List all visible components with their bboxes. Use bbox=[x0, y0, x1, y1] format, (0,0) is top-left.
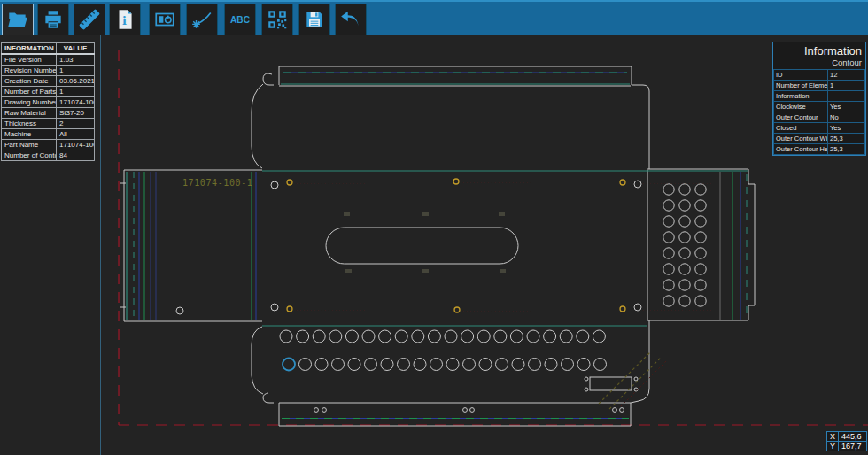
engraving-text: ···················· bbox=[462, 180, 533, 185]
table-row: Thickness2 bbox=[2, 119, 95, 129]
col-value: VALUE bbox=[57, 43, 95, 55]
x-value: 445,6 bbox=[839, 432, 867, 442]
open-button[interactable] bbox=[2, 4, 34, 35]
table-row: Information bbox=[774, 91, 865, 102]
save-icon bbox=[303, 8, 326, 31]
machine-panel-button[interactable] bbox=[149, 4, 181, 35]
engraving-text: ···················· bbox=[642, 181, 713, 186]
panel-title: Information bbox=[773, 42, 865, 58]
table-row: Number of Elements1 bbox=[774, 81, 865, 91]
laser-icon bbox=[190, 8, 213, 31]
panel-subtitle: Contour bbox=[773, 58, 865, 69]
hole-rows bbox=[280, 330, 607, 371]
cad-canvas[interactable]: ···················· ···················… bbox=[0, 0, 868, 455]
table-row: Outer Contour Height25,3 bbox=[774, 144, 865, 155]
qr-code-button[interactable] bbox=[261, 4, 293, 35]
hole-grid bbox=[663, 184, 706, 306]
contour-info-panel: Information Contour ID12 Number of Eleme… bbox=[772, 42, 866, 156]
laser-button[interactable] bbox=[186, 4, 218, 35]
table-row: Revision Number1 bbox=[2, 66, 95, 76]
panel-separator bbox=[100, 35, 101, 455]
stud-markers bbox=[287, 179, 625, 312]
right-flap-lines bbox=[720, 172, 747, 320]
table-row: Outer Contour Width25,3 bbox=[774, 134, 865, 144]
left-flap-lines bbox=[134, 172, 256, 320]
table-row: Creation Date03.06.2021 bbox=[2, 76, 95, 87]
panel-power-icon bbox=[153, 8, 176, 31]
material-boundary bbox=[119, 50, 868, 425]
contour-table: ID12 Number of Elements1 Information Clo… bbox=[773, 69, 865, 155]
text-tool-button[interactable]: ABC bbox=[224, 4, 256, 35]
diagonal-engraving bbox=[599, 352, 667, 409]
undo-icon bbox=[339, 8, 362, 31]
engraving-text: ···················· bbox=[462, 308, 533, 313]
print-button[interactable] bbox=[37, 4, 69, 35]
part-info-table: INFORMATION VALUE File Version1.03 Revis… bbox=[1, 42, 95, 161]
main-toolbar: i ABC bbox=[0, 0, 868, 35]
bend-lines bbox=[127, 84, 748, 405]
col-information: INFORMATION bbox=[2, 43, 57, 55]
measure-button[interactable] bbox=[74, 4, 105, 35]
part-number-engraving: 171074-100-1 bbox=[182, 178, 252, 188]
text-abc-icon: ABC bbox=[227, 8, 253, 31]
undo-button[interactable] bbox=[335, 4, 367, 35]
qr-code-icon bbox=[266, 8, 289, 31]
table-row: ID12 bbox=[774, 70, 865, 81]
printer-icon bbox=[42, 8, 65, 31]
part-outline bbox=[120, 66, 755, 426]
table-row: Drawing Number171074-100-1 bbox=[2, 97, 95, 108]
svg-text:ABC: ABC bbox=[230, 15, 251, 25]
document-info-icon: i bbox=[113, 8, 136, 31]
save-button[interactable] bbox=[298, 4, 330, 35]
open-folder-icon bbox=[6, 8, 29, 31]
y-label: Y bbox=[827, 442, 839, 451]
table-row: Raw MaterialSt37-20 bbox=[2, 108, 95, 119]
svg-text:i: i bbox=[122, 14, 127, 27]
ruler-icon bbox=[78, 8, 101, 31]
table-row: Number of Contours84 bbox=[2, 150, 95, 161]
y-value: 167,7 bbox=[839, 442, 867, 451]
table-row: MachineAll bbox=[2, 129, 95, 140]
engraving-text: ···················· bbox=[642, 307, 713, 312]
engraving-labels: ···················· ···················… bbox=[296, 180, 713, 313]
table-row: File Version1.03 bbox=[2, 54, 95, 66]
x-label: X bbox=[827, 432, 839, 442]
table-row: Outer ContourNo bbox=[774, 112, 865, 123]
engraving-text: ···················· bbox=[296, 307, 367, 312]
table-row: Number of Parts1 bbox=[2, 87, 95, 97]
table-row: ClockwiseYes bbox=[774, 102, 865, 112]
score-lines bbox=[282, 73, 629, 419]
table-row: ClosedYes bbox=[774, 123, 865, 134]
cursor-coordinates: X 445,6 Y 167,7 bbox=[826, 431, 867, 451]
table-header-row: INFORMATION VALUE bbox=[2, 43, 95, 55]
engraving-text: ···················· bbox=[296, 181, 367, 186]
document-info-button[interactable]: i bbox=[109, 4, 141, 35]
table-row: Part Name171074-100-1 bbox=[2, 140, 95, 150]
